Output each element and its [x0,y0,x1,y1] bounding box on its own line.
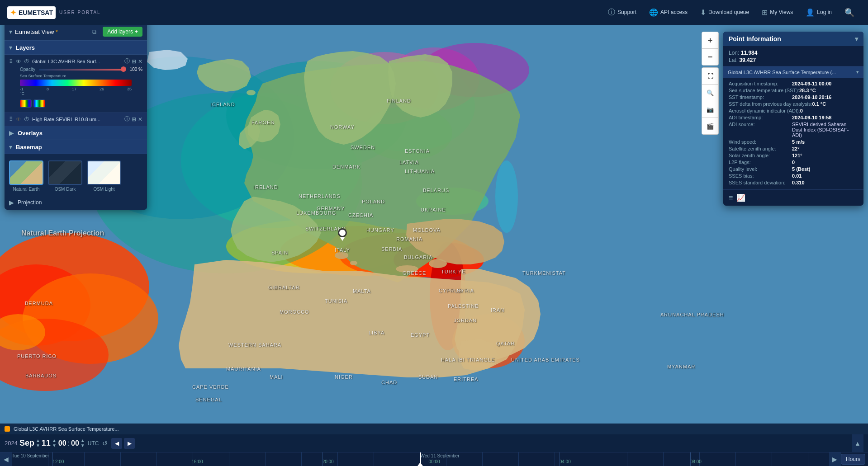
hours-button[interactable]: Hours [841,454,865,465]
time-display: 2024 Sep ▲ ▼ 11 ▲ ▼ 00 : 00 ▲ ▼ [5,438,135,449]
tl-time-0000: 00:00 [429,459,440,464]
marker-pin [338,228,347,237]
basemap-osm-light-label: OSM Light [93,187,114,192]
nav-myviews[interactable]: ⊞ My Views [755,0,799,25]
drag-handle-icon[interactable]: ⠿ [9,58,13,65]
video-button[interactable]: 🎬 [702,118,718,134]
palette-btn-1[interactable] [20,99,32,108]
info-key-5: ADI timestamp: [729,115,792,120]
lat-value: 39.427 [739,57,756,63]
bottom-layer-name: Global L3C AVHRR Sea Surface Temperature… [14,426,119,432]
basemap-options-list: Natural Earth OSM Dark OSM Light [9,160,142,192]
timeline-scroll-left[interactable]: ◀ [0,452,12,466]
layer2-info-icon[interactable]: ⓘ [124,115,130,123]
fullscreen-button[interactable]: ⛶ [702,68,718,84]
view-modified-star: * [56,29,58,35]
search-button[interactable]: 🔍 [838,0,861,25]
svg-point-23 [335,252,348,259]
layer1-remove-icon[interactable]: ✕ [138,58,142,65]
time-up[interactable]: ▲ [81,438,85,443]
refresh-button[interactable]: ↺ [102,440,108,447]
search-map-button[interactable]: 🔍 [702,85,718,101]
info-key-11: Quality level: [729,166,792,172]
share-button[interactable]: ⧉ [88,26,100,38]
nav-login[interactable]: 👤 Log in [799,0,838,25]
time-down[interactable]: ▼ [81,443,85,448]
api-label: API access [660,9,688,15]
map-marker [338,228,347,237]
clock-icon-2[interactable]: ⏱ [24,116,29,122]
timeline-track[interactable]: Tue 10 September Wed 11 September 12:00 … [12,452,829,466]
layers-chevron: ▾ [9,44,12,51]
colorbar-label: Sea Surface Temperature [20,74,66,78]
view-name: Eumetsat View * [15,28,85,35]
month-down[interactable]: ▼ [36,443,40,448]
chart-icon[interactable]: 📈 [736,193,745,202]
myviews-label: My Views [770,9,793,15]
point-info-collapse[interactable]: ▾ [855,35,858,42]
layer-info-header[interactable]: Global L3C AVHRR Sea Surface Temperature… [723,66,863,78]
drag-handle-icon-2[interactable]: ⠿ [9,116,13,122]
time-next-button[interactable]: ▶ [124,438,135,449]
clock-icon[interactable]: ⏱ [24,58,29,65]
add-layers-button[interactable]: Add layers + [103,27,142,37]
layers-section-header[interactable]: ▾ Layers [5,41,147,55]
projection-section[interactable]: ▶ Projection [5,195,147,210]
point-info-header: Point Information ▾ [723,32,863,46]
point-info-footer: ≡ 📈 [723,189,863,206]
timeline-scroll-right[interactable]: ▶ [829,452,841,466]
palette-btn-2[interactable] [33,99,45,108]
layer2-settings-icon[interactable]: ⊞ [132,116,136,122]
zoom-in-button[interactable]: + [702,32,718,48]
point-info-title: Point Information [729,35,855,42]
day-down[interactable]: ▼ [52,443,57,448]
info-val-5: 2024-09-10 19:58 [792,115,831,120]
projection-chevron: ▶ [9,199,14,206]
time-month: Sep [19,438,34,448]
layer1-info-icon[interactable]: ⓘ [124,57,130,65]
timeline-bar[interactable]: ◀ Tue 10 September Wed 11 September 12:0… [0,452,868,466]
table-icon[interactable]: ≡ [729,194,733,202]
overlays-section-header[interactable]: ▶ Overlays [5,126,147,140]
info-icon: ⓘ [608,8,615,17]
basemap-osm-light[interactable]: OSM Light [87,160,121,192]
info-val-11: 5 (Best) [792,166,810,172]
zoom-controls: + − [702,32,719,66]
view-chevron[interactable]: ▾ [9,28,12,35]
visibility-icon-2[interactable]: 👁 [16,116,21,122]
nav-api[interactable]: 🌐 API access [643,0,694,25]
grid-icon: ⊞ [762,8,768,17]
overlays-title: Overlays [18,130,142,137]
month-up[interactable]: ▲ [36,438,40,443]
zoom-out-button[interactable]: − [702,49,718,65]
download-label: Download queue [708,9,749,15]
info-key-0: Acquisition timestamp: [729,81,792,86]
basemap-section-header[interactable]: ▾ Basemap [5,140,147,154]
info-row-11: Quality level:5 (Best) [729,166,858,172]
info-row-12: SSES bias:0.01 [729,173,858,179]
info-val-10: 0 [792,160,795,165]
opacity-slider[interactable] [39,69,126,71]
basemap-osm-dark-thumb [48,160,82,185]
visibility-icon[interactable]: 👁 [16,58,21,65]
coord-lon: Lon: 11.984 [729,50,858,56]
point-coords: Lon: 11.984 Lat: 39.427 [723,46,863,66]
tl-time-0400: 04:00 [560,459,571,464]
lon-label: Lon: [729,50,739,56]
info-key-1: Sea surface temperature (SST): [729,88,799,93]
camera-button[interactable]: 📷 [702,101,718,118]
tl-date-tue: Tue 10 September [12,453,49,458]
nav-download[interactable]: ⬇ Download queue [694,0,755,25]
timeline-scroll-up[interactable]: ▲ [852,434,863,452]
tl-time-1600: 16:00 [192,459,203,464]
basemap-osm-dark[interactable]: OSM Dark [48,160,82,192]
layer2-remove-icon[interactable]: ✕ [138,116,142,122]
time-prev-button[interactable]: ◀ [111,438,122,449]
colorbar [20,80,132,86]
info-row-0: Acquisition timestamp:2024-09-11 00:00 [729,81,858,86]
day-up[interactable]: ▲ [52,438,57,443]
nav-support[interactable]: ⓘ Support [602,0,643,25]
layers-title: Layers [16,44,142,51]
layer1-settings-icon[interactable]: ⊞ [132,58,136,65]
basemap-natural-earth[interactable]: Natural Earth [9,160,43,192]
